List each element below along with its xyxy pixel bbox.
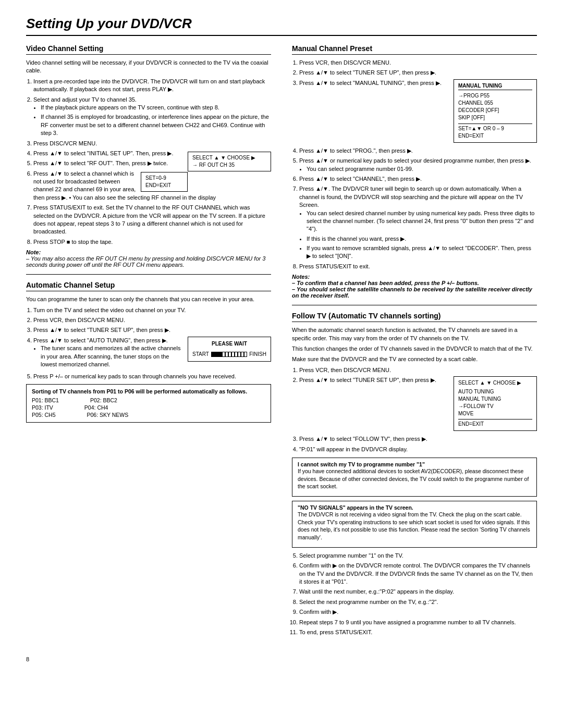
- start-label: START: [192, 351, 209, 358]
- follow-tv-intro3: Make sure that the DVD/VCR and the TV ar…: [292, 355, 537, 363]
- acs-step-1: Turn on the TV and select the video out …: [33, 306, 271, 314]
- acs-step-5: Press P +/– or numerical key pads to sca…: [33, 373, 271, 380]
- ftv-step-7: Wait until the next number, e.g.:"P:02" …: [299, 588, 537, 596]
- acs-intro: You can programme the tuner to scan only…: [26, 295, 271, 303]
- mcp-step-8: Press STATUS/EXIT to exit.: [299, 263, 537, 270]
- page-title: Setting Up your DVD/VCR: [26, 16, 537, 36]
- channel-row-3: P05: CH5 P06: SKY NEWS: [32, 412, 265, 418]
- cannot-switch-title: I cannot switch my TV to programme numbe…: [298, 461, 531, 467]
- page-number: 8: [26, 656, 537, 662]
- mcp-notes: Notes: – To confirm that a channel has b…: [292, 274, 537, 299]
- follow-tv-section: Follow TV (Automatic TV channels sorting…: [292, 312, 537, 636]
- select-box: SELECT ▲ ▼ CHOOSE ▶ → RF OUT CH 35: [188, 152, 271, 171]
- no-tv-signals-title: "NO TV SIGNALS" appears in the TV screen…: [298, 504, 531, 511]
- vcs-step-8: Press STOP ■ to stop the tape.: [33, 238, 271, 246]
- follow-tv-steps: Press VCR, then DISC/VCR MENU. SELECT ▲ …: [292, 366, 537, 453]
- no-tv-signals-box: "NO TV SIGNALS" appears in the TV screen…: [292, 501, 537, 548]
- vcs-step2-bullets: If the playback picture appears on the T…: [33, 104, 271, 138]
- ftv-step-1: Press VCR, then DISC/VCR MENU.: [299, 366, 537, 374]
- mcp-step-4: Press ▲/▼ to select "PROG.", then press …: [299, 147, 537, 155]
- please-wait-box: PLEASE WAIT START FINISH: [188, 337, 271, 362]
- mcp-step-7: Press ▲/▼. The DVD/VCR tuner will begin …: [299, 185, 537, 261]
- progress-bar: [211, 352, 247, 357]
- vcs-step-6: SET=0-9 END=EXIT Press ▲/▼ to select a c…: [33, 170, 271, 202]
- acs-steps: Turn on the TV and select the video out …: [26, 306, 271, 381]
- mcp-step-2: Press ▲/▼ to select "TUNER SET UP", then…: [299, 69, 537, 77]
- channel-table-header: Sorting of TV channels from P01 to P06 w…: [32, 388, 265, 396]
- channel-row-1: P01: BBC1 P02: BBC2: [32, 397, 265, 403]
- vcs-step-4: Press ▲/▼ to select "INITIAL SET UP". Th…: [33, 150, 271, 157]
- manual-tuning-title: MANUAL TUNING: [458, 82, 532, 90]
- video-channel-setting-intro: Video channel setting will be necessary,…: [26, 59, 271, 75]
- follow-tv-steps-continued: Select programme number "1" on the TV. C…: [292, 552, 537, 637]
- vcs-step-7: Press STATUS/EXIT to exit. Set the TV ch…: [33, 204, 271, 236]
- mcp-steps: Press VCR, then DISC/VCR MENU. Press ▲/▼…: [292, 59, 537, 270]
- no-tv-signals-text: The DVD/VCR is not receiving a video sig…: [298, 511, 531, 541]
- acs-step-3: Press ▲/▼ to select "TUNER SET UP", then…: [33, 326, 271, 334]
- video-channel-steps: Insert a pre-recorded tape into the DVD/…: [26, 78, 271, 246]
- follow-tv-title: Follow TV (Automatic TV channels sorting…: [292, 312, 537, 322]
- set-end-box: SET=0-9 END=EXIT: [141, 172, 188, 192]
- cannot-switch-box: I cannot switch my TV to programme numbe…: [292, 458, 537, 497]
- finish-label: FINISH: [249, 351, 266, 358]
- ftv-step-3: Press ▲/▼ to select "FOLLOW TV", then pr…: [299, 435, 537, 443]
- ftv-step-6: Confirm with ▶ on the DVD/VCR remote con…: [299, 562, 537, 586]
- channel-row-2: P03: ITV P04: CH4: [32, 404, 265, 411]
- mcp-step-5: Press ▲/▼ or numerical key pads to selec…: [299, 157, 537, 173]
- vcs-step-2: Select and adjust your TV to channel 35.…: [33, 96, 271, 138]
- ftv-step-4: "P:01" will appear in the DVD/VCR displa…: [299, 446, 537, 453]
- follow-tv-intro2: This function changes the order of TV ch…: [292, 345, 537, 353]
- vcs-step-1: Insert a pre-recorded tape into the DVD/…: [33, 78, 271, 94]
- acs-step-4: PLEASE WAIT START FINISH Press ▲/▼ to se…: [33, 337, 271, 371]
- please-wait-label: PLEASE WAIT: [192, 340, 266, 348]
- manual-channel-preset-title: Manual Channel Preset: [292, 44, 537, 55]
- mcp-step-6: Press ▲/▼ to select "CHANNEL", then pres…: [299, 175, 537, 183]
- progress-filled: [212, 352, 222, 356]
- mcp-step-3: MANUAL TUNING →PROG P55 CHANNEL 055 DECO…: [299, 79, 537, 145]
- ftv-step-5: Select programme number "1" on the TV.: [299, 552, 537, 560]
- ftv-step-2: SELECT ▲ ▼ CHOOSE ▶ AUTO TUNING MANUAL T…: [299, 376, 537, 433]
- vcs-step-3: Press DISC/VCR MENU.: [33, 140, 271, 147]
- automatic-channel-setup-title: Automatic Channel Setup: [26, 281, 271, 291]
- follow-tv-intro1: When the automatic channel search functi…: [292, 326, 537, 342]
- acs-step-2: Press VCR, then DISC/VCR MENU.: [33, 316, 271, 324]
- ftv-step-8: Select the next programme number on the …: [299, 598, 537, 606]
- ftv-step-10: Repeat steps 7 to 9 until you have assig…: [299, 619, 537, 626]
- automatic-channel-setup-section: Automatic Channel Setup You can programm…: [26, 281, 271, 423]
- ftv-step-11: To end, press STATUS/EXIT.: [299, 628, 537, 636]
- ftv-step-9: Confirm with ▶.: [299, 608, 537, 616]
- mcp-step-1: Press VCR, then DISC/VCR MENU.: [299, 59, 537, 67]
- manual-channel-preset-section: Manual Channel Preset Press VCR, then DI…: [292, 44, 537, 305]
- cannot-switch-text: If you have connected additional devices…: [298, 467, 531, 490]
- channel-table-box: Sorting of TV channels from P01 to P06 w…: [26, 384, 271, 423]
- video-channel-setting-title: Video Channel Setting: [26, 44, 271, 55]
- auto-tuning-box: SELECT ▲ ▼ CHOOSE ▶ AUTO TUNING MANUAL T…: [454, 376, 537, 431]
- mcp-step5-bullets: You can select programme number 01-99.: [299, 165, 537, 173]
- mcp-step7-bullets: You can select desired channel number by…: [299, 209, 537, 261]
- progress-dotted: [222, 352, 247, 356]
- video-channel-setting-section: Video Channel Setting Video channel sett…: [26, 44, 271, 275]
- manual-tuning-box: MANUAL TUNING →PROG P55 CHANNEL 055 DECO…: [454, 79, 537, 143]
- vcs-note: Note: – You may also access the RF OUT C…: [26, 249, 271, 268]
